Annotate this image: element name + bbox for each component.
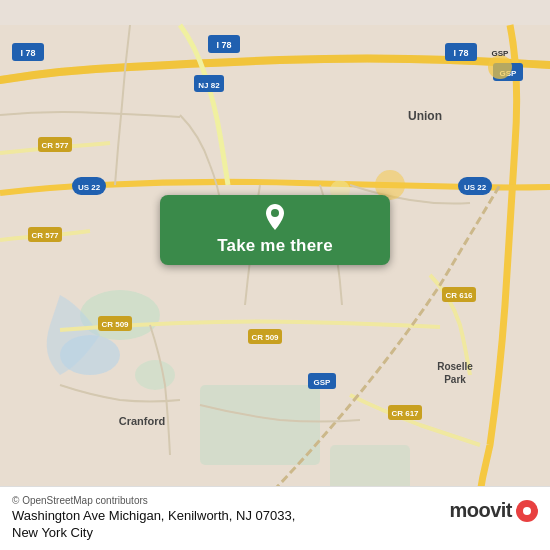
svg-point-38 xyxy=(488,55,512,79)
map-svg: I 78 I 78 I 78 GSP US 22 US 22 NJ 82 CR … xyxy=(0,0,550,550)
svg-text:CR 577: CR 577 xyxy=(41,141,69,150)
moovit-logo: moovit xyxy=(449,499,538,522)
svg-text:Cranford: Cranford xyxy=(119,415,165,427)
svg-text:I 78: I 78 xyxy=(453,48,468,58)
svg-text:GSP: GSP xyxy=(314,378,332,387)
svg-text:I 78: I 78 xyxy=(20,48,35,58)
cta-label: Take me there xyxy=(217,236,333,256)
moovit-dot-icon xyxy=(516,500,538,522)
map-container: I 78 I 78 I 78 GSP US 22 US 22 NJ 82 CR … xyxy=(0,0,550,550)
bottom-bar: © OpenStreetMap contributors Washington … xyxy=(0,486,550,550)
cta-button[interactable]: Take me there xyxy=(160,195,390,265)
svg-text:I 78: I 78 xyxy=(216,40,231,50)
osm-credit: © OpenStreetMap contributors xyxy=(12,495,295,506)
svg-text:Union: Union xyxy=(408,109,442,123)
location-line1: Washington Ave Michigan, Kenilworth, NJ … xyxy=(12,508,295,523)
svg-point-42 xyxy=(271,209,279,217)
svg-text:CR 577: CR 577 xyxy=(31,231,59,240)
pin-icon xyxy=(262,204,288,234)
svg-text:CR 509: CR 509 xyxy=(251,333,279,342)
svg-text:CR 616: CR 616 xyxy=(445,291,473,300)
svg-text:CR 509: CR 509 xyxy=(101,320,129,329)
svg-point-3 xyxy=(135,360,175,390)
svg-text:Roselle: Roselle xyxy=(437,361,473,372)
svg-text:US 22: US 22 xyxy=(464,183,487,192)
svg-text:CR 617: CR 617 xyxy=(391,409,419,418)
svg-text:NJ 82: NJ 82 xyxy=(198,81,220,90)
svg-text:US 22: US 22 xyxy=(78,183,101,192)
moovit-text: moovit xyxy=(449,499,512,522)
location-line2: New York City xyxy=(12,525,295,540)
bottom-left: © OpenStreetMap contributors Washington … xyxy=(12,495,295,540)
svg-text:GSP: GSP xyxy=(492,49,510,58)
svg-text:Park: Park xyxy=(444,374,466,385)
svg-rect-4 xyxy=(200,385,320,465)
